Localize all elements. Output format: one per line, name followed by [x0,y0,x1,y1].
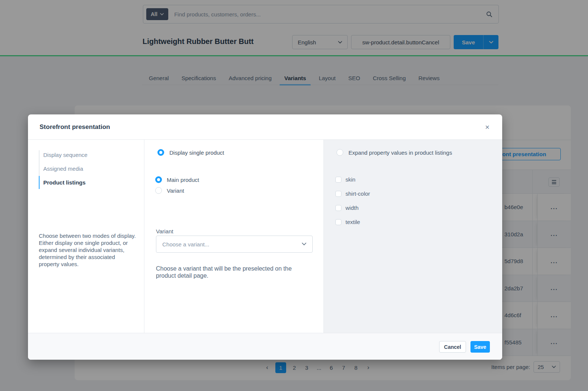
property-label: shirt-color [345,190,370,197]
sidebar-item-product-listings[interactable]: Product listings [43,179,85,186]
main-product-label: Main product [167,177,199,183]
modal-body: Display sequence Assigned media Product … [28,140,502,333]
sidebar-active-indicator [39,176,40,189]
close-icon[interactable]: × [485,123,490,132]
sidebar-item-display-sequence[interactable]: Display sequence [43,152,87,158]
modal-header: Storefront presentation × [28,114,502,140]
property-checkbox-skin[interactable]: skin [335,176,356,183]
modal-title: Storefront presentation [40,123,110,131]
property-label: width [345,205,359,211]
sidebar-item-assigned-media[interactable]: Assigned media [43,165,83,172]
checkbox-icon [335,191,341,197]
main-product-radio[interactable]: Main product [155,176,199,183]
modal-save-button[interactable]: Save [470,341,490,353]
property-label: skin [345,176,356,183]
display-single-product-label: Display single product [169,149,224,156]
checkbox-icon [335,205,341,211]
app-window: All Find products, customers, orders... … [0,0,588,391]
property-checkbox-width[interactable]: width [335,205,359,211]
display-single-product-radio[interactable]: Display single product [157,149,224,156]
single-product-column: Display single product Main product Vari… [144,140,324,333]
variant-radio-label: Variant [167,187,184,194]
mode-description: Choose between two modes of display. Eit… [39,232,136,268]
variant-field-label: Variant [156,228,173,234]
property-label: textile [345,219,360,225]
radio-checked-icon [157,149,164,156]
expand-properties-column: Expand property values in product listin… [324,140,502,333]
modal-sidebar: Display sequence Assigned media Product … [28,140,144,333]
variant-radio[interactable]: Variant [155,187,184,194]
property-checkbox-textile[interactable]: textile [335,219,360,225]
chevron-down-icon [302,243,306,246]
modal-cancel-button[interactable]: Cancel [439,341,466,353]
sidebar-rule [39,150,40,189]
expand-properties-radio[interactable]: Expand property values in product listin… [337,149,452,156]
radio-unchecked-icon [155,187,162,194]
checkbox-icon [335,177,341,183]
variant-select-placeholder: Choose a variant... [162,241,209,247]
variant-helper-text: Choose a variant that will be the presel… [156,265,307,279]
radio-checked-icon [155,176,162,183]
radio-unchecked-icon [337,149,343,156]
property-checkbox-shirt-color[interactable]: shirt-color [335,190,370,197]
storefront-presentation-modal: Storefront presentation × Display sequen… [28,114,502,360]
checkbox-icon [335,219,341,225]
modal-footer: Cancel Save [28,333,502,360]
expand-properties-label: Expand property values in product listin… [348,149,452,156]
variant-select[interactable]: Choose a variant... [156,236,313,253]
